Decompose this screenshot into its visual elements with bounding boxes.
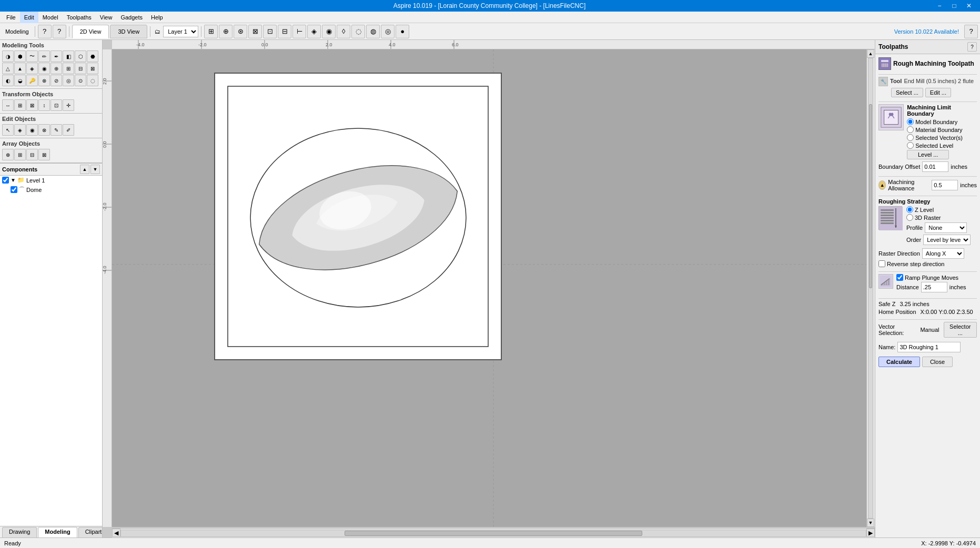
- close-button[interactable]: ✕: [962, 1, 976, 11]
- toolbar-snap5-btn[interactable]: ⊢: [292, 25, 306, 38]
- allowance-input[interactable]: [932, 180, 958, 190]
- toolbar-snap2-btn[interactable]: ⊠: [248, 25, 262, 38]
- selector-btn[interactable]: Selector ...: [944, 322, 977, 338]
- tab-3d-view[interactable]: 3D View: [110, 25, 147, 38]
- boundary-material-radio[interactable]: [907, 126, 914, 133]
- transform-btn-2[interactable]: ⊞: [14, 99, 26, 111]
- layer-selector[interactable]: Layer 1: [163, 26, 198, 37]
- tool-btn-12[interactable]: ◉: [38, 63, 50, 74]
- array-btn-1[interactable]: ⊕: [2, 149, 14, 160]
- boundary-level-radio[interactable]: [907, 142, 914, 149]
- comp-expand-btn[interactable]: ▼: [90, 165, 100, 174]
- menu-toolpaths[interactable]: Toolpaths: [63, 12, 96, 23]
- tool-btn-11[interactable]: ◈: [26, 63, 38, 74]
- close-btn[interactable]: Close: [922, 357, 953, 367]
- menu-model[interactable]: Model: [38, 12, 63, 23]
- scroll-down-btn[interactable]: ▼: [867, 519, 874, 527]
- scroll-left-btn[interactable]: ◀: [112, 529, 120, 537]
- scrollbar-h-thumb[interactable]: [345, 531, 642, 536]
- scroll-right-btn[interactable]: ▶: [866, 529, 875, 537]
- edit-btn-6[interactable]: ✐: [63, 124, 74, 136]
- toolbar-snap8-btn[interactable]: ◊: [337, 25, 350, 38]
- tool-btn-5[interactable]: ✒: [50, 50, 62, 62]
- array-btn-2[interactable]: ⊞: [14, 149, 26, 160]
- menu-gadgets[interactable]: Gadgets: [116, 12, 147, 23]
- toolbar-btn-2[interactable]: ?: [53, 25, 66, 38]
- toolbar-magnet-btn[interactable]: ⊛: [234, 25, 247, 38]
- zlevel-radio[interactable]: [906, 206, 913, 213]
- level-btn[interactable]: Level ...: [907, 150, 949, 159]
- tool-btn-17[interactable]: ◐: [2, 75, 14, 86]
- toolbar-snap12-btn[interactable]: ●: [396, 25, 409, 38]
- tool-edit-btn[interactable]: Edit ...: [925, 88, 951, 97]
- scrollbar-v-track[interactable]: [868, 58, 873, 519]
- comp-tree-level1[interactable]: ▼ 📁 Level 1: [0, 176, 102, 185]
- toolbar-snap4-btn[interactable]: ⊟: [278, 25, 291, 38]
- array-btn-3[interactable]: ⊟: [26, 149, 38, 160]
- tool-btn-19[interactable]: 🔑: [26, 75, 38, 86]
- boundary-offset-input[interactable]: [922, 161, 948, 172]
- name-input[interactable]: [897, 342, 961, 352]
- scrollbar-v-thumb[interactable]: [869, 104, 872, 288]
- edit-btn-1[interactable]: ↖: [2, 124, 14, 136]
- scrollbar-vertical[interactable]: ▲ ▼: [866, 49, 875, 527]
- tool-btn-1[interactable]: ◑: [2, 50, 14, 62]
- toolbar-snap7-btn[interactable]: ◉: [322, 25, 336, 38]
- toolbar-snap10-btn[interactable]: ◍: [366, 25, 380, 38]
- tool-btn-15[interactable]: ⊟: [75, 63, 86, 74]
- toolbar-snap3-btn[interactable]: ⊡: [263, 25, 277, 38]
- profile-select[interactable]: None: [925, 222, 967, 233]
- tool-btn-10[interactable]: ▲: [14, 63, 26, 74]
- tool-btn-24[interactable]: ◌: [87, 75, 98, 86]
- edit-btn-5[interactable]: ✎: [50, 124, 62, 136]
- raster3d-radio[interactable]: [906, 214, 913, 221]
- tool-btn-13[interactable]: ⊕: [50, 63, 62, 74]
- calculate-btn[interactable]: Calculate: [878, 357, 920, 367]
- comp-tree-dome[interactable]: ⌒ Dome: [0, 185, 102, 195]
- toolbar-btn-1[interactable]: ?: [38, 25, 52, 38]
- version-text[interactable]: Version 10.022 Available!: [894, 28, 963, 35]
- tab-clipart[interactable]: Clipart: [78, 527, 103, 537]
- tool-btn-3[interactable]: 〜: [26, 50, 38, 62]
- tool-btn-16[interactable]: ⊠: [87, 63, 98, 74]
- tab-2d-view[interactable]: 2D View: [72, 25, 109, 38]
- canvas-container[interactable]: -4.0 -2.0 0.0 2.0 4.0 6.0 2.0: [103, 40, 875, 537]
- tool-btn-23[interactable]: ⊙: [75, 75, 86, 86]
- minimize-button[interactable]: −: [933, 1, 946, 11]
- edit-btn-4[interactable]: ⊗: [38, 124, 50, 136]
- toolbar-snap9-btn[interactable]: ◌: [351, 25, 365, 38]
- canvas-viewport[interactable]: [112, 49, 875, 527]
- tool-btn-20[interactable]: ⊗: [38, 75, 50, 86]
- reverse-step-checkbox[interactable]: [878, 260, 885, 267]
- comp-level1-checkbox[interactable]: [2, 177, 9, 184]
- tab-drawing[interactable]: Drawing: [2, 527, 37, 537]
- tool-btn-4[interactable]: ✏: [38, 50, 50, 62]
- tool-btn-9[interactable]: △: [2, 63, 14, 74]
- boundary-model-radio[interactable]: [907, 118, 914, 125]
- transform-btn-4[interactable]: ↕: [38, 99, 50, 111]
- menu-help[interactable]: Help: [147, 12, 167, 23]
- scrollbar-horizontal[interactable]: ◀ ▶: [112, 528, 875, 537]
- tool-btn-22[interactable]: ◎: [63, 75, 74, 86]
- transform-btn-3[interactable]: ⊠: [26, 99, 38, 111]
- toolbar-grid-btn[interactable]: ⊞: [204, 25, 218, 38]
- toolbar-snap11-btn[interactable]: ◎: [381, 25, 395, 38]
- comp-collapse-btn[interactable]: ▲: [80, 165, 89, 174]
- menu-file[interactable]: File: [2, 12, 20, 23]
- scrollbar-h-track[interactable]: [120, 530, 866, 537]
- comp-dome-checkbox[interactable]: [11, 186, 17, 193]
- tool-btn-2[interactable]: ⬢: [14, 50, 26, 62]
- tool-btn-21[interactable]: ⊘: [50, 75, 62, 86]
- menu-view[interactable]: View: [96, 12, 117, 23]
- transform-btn-5[interactable]: ⊡: [50, 99, 62, 111]
- edit-btn-3[interactable]: ◉: [26, 124, 38, 136]
- toolpaths-help-btn[interactable]: ?: [967, 42, 977, 52]
- maximize-button[interactable]: □: [947, 1, 961, 11]
- transform-btn-1[interactable]: ↔: [2, 99, 14, 111]
- raster-direction-select[interactable]: Along X: [922, 248, 964, 259]
- ramp-checkbox[interactable]: [896, 274, 903, 281]
- toolbar-help-btn[interactable]: ?: [964, 25, 978, 38]
- tool-btn-18[interactable]: ◒: [14, 75, 26, 86]
- toolbar-snap6-btn[interactable]: ◈: [307, 25, 321, 38]
- array-btn-4[interactable]: ⊠: [38, 149, 50, 160]
